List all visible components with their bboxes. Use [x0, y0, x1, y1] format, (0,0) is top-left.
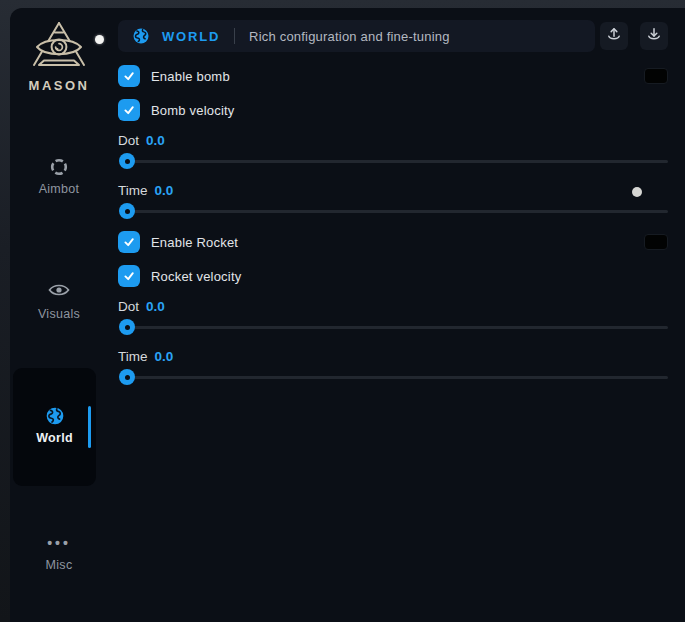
page-title: WORLD	[162, 29, 220, 44]
slider-thumb[interactable]	[119, 369, 135, 385]
slider-value: 0.0	[155, 183, 174, 198]
active-tab-indicator	[88, 406, 91, 448]
slider-group-rocket-time: Time 0.0	[118, 349, 668, 385]
slider-label: Dot	[118, 133, 139, 148]
slider-label-row: Dot 0.0	[118, 133, 668, 148]
setting-row-rocket-velocity: Rocket velocity	[118, 265, 668, 287]
checkbox-enable-bomb[interactable]	[118, 65, 140, 87]
download-config-button[interactable]	[640, 22, 668, 50]
sidebar-item-world[interactable]: World	[13, 368, 96, 486]
slider[interactable]	[118, 153, 668, 169]
slider-label-row: Time 0.0	[118, 183, 668, 198]
checkbox-rocket-velocity[interactable]	[118, 265, 140, 287]
slider-value: 0.0	[146, 299, 165, 314]
slider-group-bomb-dot: Dot 0.0	[118, 133, 668, 169]
sidebar-item-label: Visuals	[10, 307, 108, 321]
slider-group-rocket-dot: Dot 0.0	[118, 299, 668, 335]
checkbox-label: Enable Rocket	[151, 235, 238, 250]
sidebar: MASON Aimbot Visuals	[10, 8, 108, 622]
sidebar-item-visuals[interactable]: Visuals	[10, 282, 108, 321]
slider-label-row: Dot 0.0	[118, 299, 668, 314]
main-content: WORLD Rich configuration and fine-tuning	[118, 20, 668, 385]
particle-dot	[632, 187, 642, 197]
checkbox-enable-rocket[interactable]	[118, 231, 140, 253]
slider-track[interactable]	[120, 326, 668, 329]
header-separator	[234, 28, 235, 44]
setting-row-enable-bomb: Enable bomb	[118, 65, 668, 87]
slider-label-row: Time 0.0	[118, 349, 668, 364]
slider[interactable]	[118, 319, 668, 335]
page-header: WORLD Rich configuration and fine-tuning	[118, 20, 668, 52]
slider-value: 0.0	[155, 349, 174, 364]
masonic-eye-logo-icon	[10, 20, 108, 74]
sidebar-item-label: Aimbot	[10, 182, 108, 196]
slider-thumb[interactable]	[119, 153, 135, 169]
slider-thumb[interactable]	[119, 203, 135, 219]
slider-thumb[interactable]	[119, 319, 135, 335]
logo-text: MASON	[10, 78, 108, 93]
setting-row-bomb-velocity: Bomb velocity	[118, 99, 668, 121]
setting-row-enable-rocket: Enable Rocket	[118, 231, 668, 253]
download-icon	[646, 26, 662, 46]
color-swatch[interactable]	[644, 234, 668, 250]
slider-label: Time	[118, 183, 148, 198]
sidebar-item-label: Misc	[10, 558, 108, 572]
checkbox-label: Rocket velocity	[151, 269, 241, 284]
page-header-bar: WORLD Rich configuration and fine-tuning	[118, 20, 595, 52]
slider-label: Time	[118, 349, 148, 364]
color-swatch[interactable]	[644, 68, 668, 84]
eye-icon	[10, 282, 108, 302]
slider[interactable]	[118, 369, 668, 385]
page-subtitle: Rich configuration and fine-tuning	[249, 29, 449, 44]
app-logo: MASON	[10, 20, 108, 93]
app-screen: MASON Aimbot Visuals	[0, 0, 685, 622]
sidebar-item-aimbot[interactable]: Aimbot	[10, 157, 108, 196]
slider-track[interactable]	[120, 210, 668, 213]
slider-label: Dot	[118, 299, 139, 314]
globe-icon	[13, 406, 96, 426]
app-window: MASON Aimbot Visuals	[10, 8, 685, 622]
slider[interactable]	[118, 203, 668, 219]
slider-track[interactable]	[120, 160, 668, 163]
checkbox-bomb-velocity[interactable]	[118, 99, 140, 121]
globe-icon	[132, 27, 150, 45]
slider-track[interactable]	[120, 376, 668, 379]
upload-config-button[interactable]	[600, 22, 628, 50]
checkbox-label: Enable bomb	[151, 69, 230, 84]
ellipsis-icon: •••	[10, 536, 108, 556]
sidebar-item-label: World	[13, 431, 96, 445]
sidebar-item-misc[interactable]: ••• Misc	[10, 536, 108, 572]
crosshair-icon	[10, 157, 108, 177]
slider-group-bomb-time: Time 0.0	[118, 183, 668, 219]
cursor-dot	[95, 35, 104, 44]
slider-value: 0.0	[146, 133, 165, 148]
upload-icon	[606, 26, 622, 46]
checkbox-label: Bomb velocity	[151, 103, 235, 118]
